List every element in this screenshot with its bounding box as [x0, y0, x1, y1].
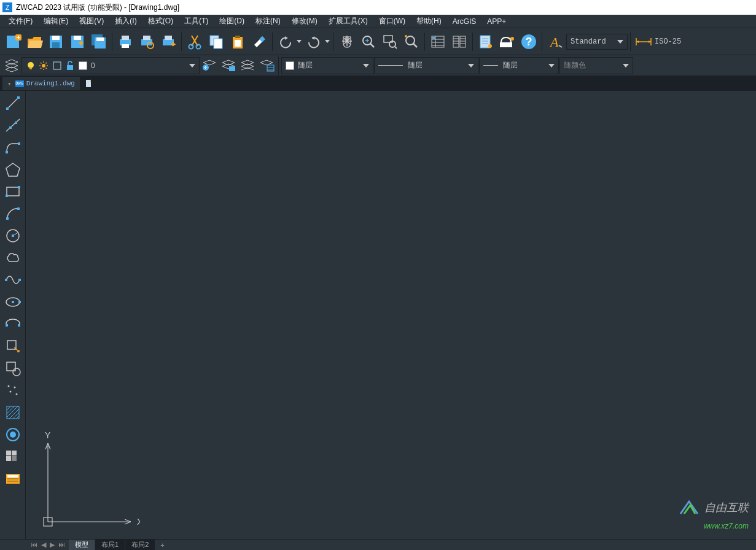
menu-file[interactable]: 文件(F) [4, 14, 37, 28]
layer-state-button[interactable] [219, 57, 238, 74]
linetype-preview [378, 65, 403, 66]
menu-draw[interactable]: 绘图(D) [214, 14, 249, 28]
match-properties-button[interactable] [249, 31, 270, 52]
tab-menu-icon[interactable]: ▾ [7, 80, 12, 88]
design-center-button[interactable] [497, 31, 518, 52]
dimension-style-button[interactable] [633, 31, 654, 52]
region-tool[interactable] [1, 446, 25, 468]
text-style-dropdown[interactable]: Standard [566, 34, 628, 50]
ellipse-tool[interactable] [1, 291, 25, 313]
menu-format[interactable]: 格式(O) [143, 14, 178, 28]
layout2-tab[interactable]: 布局2 [125, 540, 155, 550]
add-layout-button[interactable]: + [155, 541, 169, 549]
spline-tool[interactable] [1, 269, 25, 291]
line-tool[interactable] [1, 92, 25, 114]
layer-walk-button[interactable] [257, 57, 276, 74]
menu-dimension[interactable]: 标注(N) [251, 14, 286, 28]
lineweight-dropdown[interactable]: 随层 [479, 57, 559, 74]
gradient-tool[interactable] [1, 424, 25, 446]
new-tab-button[interactable] [80, 77, 96, 90]
point-tool[interactable] [1, 379, 25, 401]
tab-last-icon[interactable]: ⏭ [57, 541, 66, 549]
layer-states-button[interactable] [449, 31, 470, 52]
tab-next-icon[interactable]: ▶ [49, 541, 56, 549]
tab-first-icon[interactable]: ⏮ [29, 541, 39, 549]
publish-button[interactable] [158, 31, 179, 52]
polyline-tool[interactable] [1, 136, 25, 158]
color-value: 随层 [298, 60, 313, 71]
lineweight-value: 随层 [503, 60, 518, 71]
menu-edit[interactable]: 编辑(E) [39, 14, 73, 28]
open-button[interactable] [24, 31, 45, 52]
table-tool[interactable] [1, 468, 25, 490]
circle-tool[interactable] [1, 225, 25, 247]
document-tab[interactable]: ▾ DWG Drawing1.dwg [2, 77, 80, 90]
zoom-previous-button[interactable] [401, 31, 422, 52]
text-style-button[interactable]: A [545, 31, 566, 52]
layer-properties-button[interactable] [427, 31, 448, 52]
dimension-style-value: ISO-25 [655, 37, 704, 46]
save-button[interactable] [45, 31, 66, 52]
save-all-button[interactable] [88, 31, 109, 52]
paste-button[interactable] [227, 31, 248, 52]
zoom-window-button[interactable] [380, 31, 400, 52]
zoom-realtime-button[interactable] [358, 31, 379, 52]
menu-view[interactable]: 视图(V) [74, 14, 109, 28]
save-as-button[interactable] [67, 31, 88, 52]
model-tab[interactable]: 模型 [69, 540, 95, 550]
menu-tools[interactable]: 工具(T) [179, 14, 213, 28]
layer-manager-button[interactable] [2, 57, 21, 74]
svg-rect-62 [6, 217, 9, 220]
new-button[interactable] [2, 31, 23, 52]
svg-point-19 [197, 44, 201, 48]
hatch-tool[interactable] [1, 401, 25, 424]
color-dropdown[interactable]: 随层 [281, 57, 373, 74]
layout1-tab[interactable]: 布局1 [95, 540, 125, 550]
svg-rect-3 [52, 36, 60, 40]
toolbar-separator [272, 33, 273, 51]
svg-rect-54 [17, 96, 20, 99]
pan-button[interactable] [337, 31, 357, 52]
polygon-tool[interactable] [1, 158, 25, 180]
menu-insert[interactable]: 插入(I) [110, 14, 141, 28]
undo-history-dropdown[interactable] [297, 40, 303, 43]
toolbar-separator [112, 33, 112, 51]
drawing-canvas[interactable]: X Y 自由互联 www.xz7.com [26, 91, 756, 539]
rectangle-tool[interactable] [1, 180, 25, 203]
svg-rect-17 [165, 36, 172, 40]
cut-button[interactable] [184, 31, 205, 52]
make-block-tool[interactable] [1, 357, 25, 379]
tab-prev-icon[interactable]: ◀ [40, 541, 47, 549]
ellipse-arc-tool[interactable] [1, 313, 25, 335]
svg-rect-11 [122, 36, 129, 40]
revision-cloud-tool[interactable] [1, 247, 25, 269]
help-button[interactable]: ? [518, 31, 539, 52]
svg-text:Y: Y [45, 430, 51, 440]
menu-modify[interactable]: 修改(M) [287, 14, 322, 28]
insert-block-tool[interactable] [1, 335, 25, 357]
print-preview-button[interactable] [136, 31, 157, 52]
redo-history-dropdown[interactable] [325, 40, 331, 43]
tab-nav-arrows: ⏮ ◀ ▶ ⏭ [29, 541, 66, 549]
undo-button[interactable] [275, 31, 296, 52]
menu-help[interactable]: 帮助(H) [411, 14, 446, 28]
svg-rect-43 [29, 68, 32, 69]
construction-line-tool[interactable] [1, 114, 25, 136]
copy-button[interactable] [206, 31, 227, 52]
print-button[interactable] [115, 31, 136, 52]
menu-arcgis[interactable]: ArcGIS [448, 15, 481, 28]
redo-button[interactable] [303, 31, 324, 52]
menu-ext-tools[interactable]: 扩展工具(X) [324, 14, 373, 28]
layer-previous-button[interactable] [200, 57, 219, 74]
layer-iso-button[interactable] [238, 57, 257, 74]
plot-style-dropdown[interactable]: 随颜色 [559, 57, 633, 74]
svg-point-36 [488, 44, 492, 48]
properties-button[interactable] [475, 31, 496, 52]
arc-tool[interactable] [1, 203, 25, 225]
layer-dropdown[interactable]: 0 [21, 57, 200, 74]
svg-rect-67 [18, 279, 21, 281]
menu-window[interactable]: 窗口(W) [374, 14, 410, 28]
menu-app-plus[interactable]: APP+ [482, 15, 511, 28]
toolbar-separator [630, 33, 631, 51]
linetype-dropdown[interactable]: 随层 [374, 57, 478, 74]
